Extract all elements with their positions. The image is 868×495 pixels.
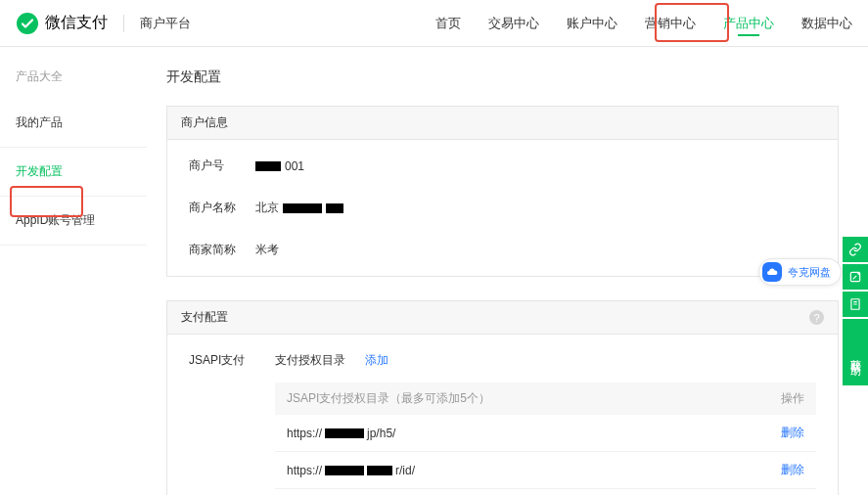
help-icon[interactable]: ? <box>809 310 824 325</box>
merchant-id-suffix: 001 <box>285 159 304 173</box>
redacted-block <box>283 203 322 213</box>
pay-config-title: 支付配置 <box>181 309 228 326</box>
delete-auth-dir-link[interactable]: 删除 <box>781 462 804 478</box>
url-suffix: r/id/ <box>395 464 415 477</box>
pay-config-header: 支付配置 ? <box>167 301 838 335</box>
float-document-icon[interactable] <box>843 292 868 317</box>
nav-account[interactable]: 账户中心 <box>567 0 617 46</box>
float-feedback-icon[interactable] <box>843 264 868 290</box>
merchant-name-prefix: 北京 <box>255 200 279 216</box>
row-nickname: 商家简称 米考 <box>189 242 816 258</box>
label-merchant-name: 商户名称 <box>189 200 255 216</box>
value-nickname: 米考 <box>255 242 279 258</box>
redacted-block <box>367 466 392 475</box>
auth-dir-row: https:// r/id/ 删除 <box>275 452 816 489</box>
nav-data[interactable]: 数据中心 <box>801 0 852 46</box>
label-merchant-id: 商户号 <box>189 158 255 174</box>
auth-dir-row: https:// jp/h5/ 删除 <box>275 415 816 452</box>
row-merchant-id: 商户号 001 <box>189 158 816 174</box>
jsapi-label: JSAPI支付 <box>189 352 255 369</box>
url-prefix: https:// <box>287 464 322 477</box>
label-nickname: 商家简称 <box>189 242 255 258</box>
auth-dir-table-header: JSAPI支付授权目录（最多可添加5个） 操作 <box>275 382 816 415</box>
header: 微信支付 商户平台 首页 交易中心 账户中心 营销中心 产品中心 数据中心 <box>0 0 868 47</box>
page-title: 开发配置 <box>166 68 839 86</box>
row-merchant-name: 商户名称 北京 <box>189 200 816 216</box>
redacted-block <box>325 428 364 438</box>
auth-dir-col2: 操作 <box>781 390 804 407</box>
nav-marketing[interactable]: 营销中心 <box>645 0 696 46</box>
redacted-block <box>325 466 364 475</box>
logo-text: 微信支付 <box>45 13 108 33</box>
value-merchant-id: 001 <box>255 159 304 173</box>
nav-transactions[interactable]: 交易中心 <box>488 0 539 46</box>
delete-auth-dir-link[interactable]: 删除 <box>781 425 804 441</box>
sidebar: 产品大全 我的产品 开发配置 AppID账号管理 <box>0 47 147 495</box>
url-prefix: https:// <box>287 427 322 440</box>
platform-name: 商户平台 <box>140 15 191 32</box>
sidebar-item-dev-config[interactable]: 开发配置 <box>0 148 147 197</box>
auth-dir-url: https:// r/id/ <box>287 464 415 477</box>
cloud-icon <box>762 262 782 282</box>
floating-actions: 获取帮助 <box>843 237 868 385</box>
sidebar-item-appid[interactable]: AppID账号管理 <box>0 197 147 246</box>
auth-dir-table: JSAPI支付授权目录（最多可添加5个） 操作 https:// jp/h5/ … <box>275 382 816 489</box>
merchant-info-title: 商户信息 <box>181 114 228 131</box>
redacted-block <box>255 161 281 171</box>
auth-dir-col1: JSAPI支付授权目录（最多可添加5个） <box>287 390 490 407</box>
pay-config-panel: 支付配置 ? JSAPI支付 支付授权目录 添加 JSAPI支付授权目录（最多可… <box>166 300 839 495</box>
auth-dir-url: https:// jp/h5/ <box>287 427 395 440</box>
float-get-help-button[interactable]: 获取帮助 <box>843 319 868 385</box>
redacted-block <box>326 203 343 213</box>
quark-label: 夸克网盘 <box>788 265 831 280</box>
auth-dir-label: 支付授权目录 <box>275 352 345 369</box>
nav-products[interactable]: 产品中心 <box>723 0 774 46</box>
float-link-icon[interactable] <box>843 237 868 262</box>
body: 产品大全 我的产品 开发配置 AppID账号管理 开发配置 商户信息 商户号 0… <box>0 47 868 495</box>
wechat-pay-icon <box>16 12 39 35</box>
nav-home[interactable]: 首页 <box>435 0 461 46</box>
main-nav: 首页 交易中心 账户中心 营销中心 产品中心 数据中心 <box>435 0 852 46</box>
url-suffix: jp/h5/ <box>367 427 395 440</box>
jsapi-row: JSAPI支付 支付授权目录 添加 <box>189 352 816 369</box>
pay-config-body: JSAPI支付 支付授权目录 添加 JSAPI支付授权目录（最多可添加5个） 操… <box>167 335 838 495</box>
add-auth-dir-link[interactable]: 添加 <box>365 352 388 369</box>
sidebar-title: 产品大全 <box>0 68 147 99</box>
logo: 微信支付 <box>16 12 108 35</box>
merchant-info-body: 商户号 001 商户名称 北京 商家简称 米考 <box>167 140 838 276</box>
merchant-info-panel: 商户信息 商户号 001 商户名称 北京 <box>166 106 839 277</box>
merchant-info-header: 商户信息 <box>167 107 838 140</box>
sidebar-item-my-products[interactable]: 我的产品 <box>0 99 147 148</box>
quark-netdisk-pill[interactable]: 夸克网盘 <box>758 258 842 286</box>
divider <box>123 15 124 32</box>
value-merchant-name: 北京 <box>255 200 343 216</box>
